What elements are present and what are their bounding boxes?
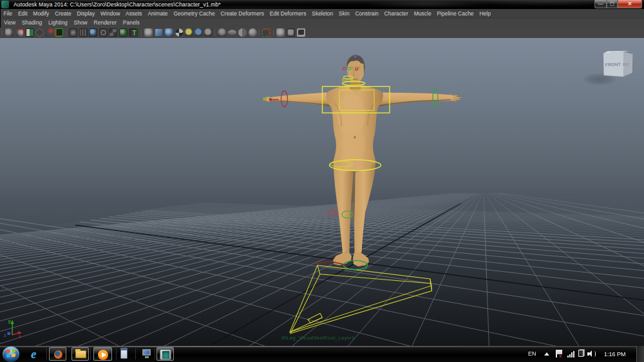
svg-text:FRONT: FRONT bbox=[605, 62, 621, 67]
svg-text:z: z bbox=[4, 333, 6, 338]
svg-text:RIGHT: RIGHT bbox=[623, 62, 629, 66]
svg-text:IKLeg_VisualSkelRoot_Layer1: IKLeg_VisualSkelRoot_Layer1 bbox=[281, 335, 355, 341]
svg-text:x: x bbox=[19, 334, 22, 339]
svg-text:y: y bbox=[8, 318, 12, 324]
